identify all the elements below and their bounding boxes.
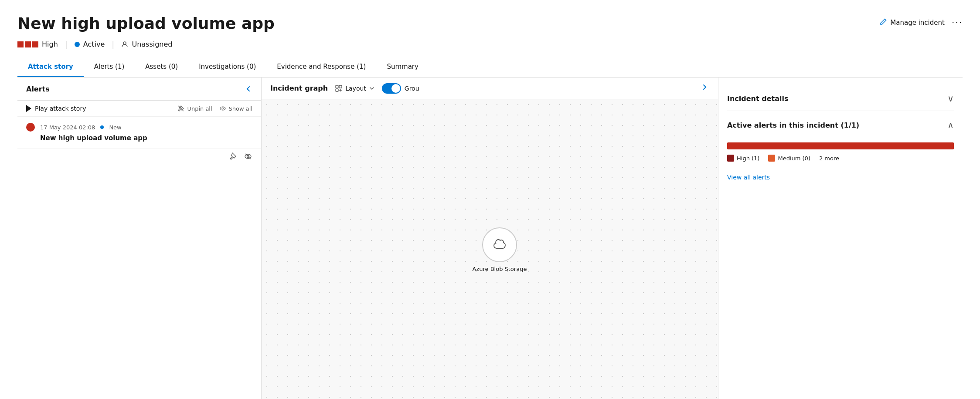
toolbar-actions: Unpin all Show all: [177, 105, 252, 112]
tab-attack-story[interactable]: Attack story: [17, 57, 84, 77]
status-bar: High | Active | Unassigned: [17, 40, 963, 49]
unpin-icon: [177, 105, 184, 112]
severity-square-1: [17, 41, 24, 47]
alert-severity-indicator: [26, 123, 35, 132]
page-header: New high upload volume app Manage incide…: [17, 14, 963, 33]
active-alerts-title: Active alerts in this incident (1/1): [727, 121, 859, 129]
severity-indicator: [17, 41, 38, 47]
header-actions: Manage incident ···: [880, 17, 963, 28]
graph-panel: Incident graph Layout: [262, 78, 718, 399]
legend-label-high: High (1): [737, 155, 759, 162]
alert-new-dot: [100, 125, 104, 129]
assigned-status: Unassigned: [121, 40, 172, 48]
legend-item-medium: Medium (0): [768, 155, 810, 162]
active-dot: [75, 42, 80, 47]
group-toggle[interactable]: [382, 83, 401, 94]
tab-assets[interactable]: Assets (0): [135, 57, 188, 77]
details-panel: Incident details ∨ Active alerts in this…: [718, 78, 963, 399]
main-tabs: Attack story Alerts (1) Assets (0) Inves…: [17, 57, 963, 78]
svg-point-2: [220, 107, 225, 110]
node-circle: [482, 227, 517, 262]
chevron-left-icon: [244, 85, 252, 93]
view-all-alerts-button[interactable]: View all alerts: [727, 174, 770, 181]
alert-meta: 17 May 2024 02:08 New: [40, 124, 122, 131]
status-active: Active: [75, 40, 105, 48]
status-divider-2: |: [112, 40, 114, 49]
show-all-button[interactable]: Show all: [219, 105, 252, 112]
play-attack-story-button[interactable]: Play attack story: [26, 105, 86, 112]
alert-status: New: [109, 124, 121, 131]
svg-line-1: [178, 106, 184, 111]
alert-date: 17 May 2024 02:08: [40, 124, 95, 131]
play-icon: [26, 105, 31, 112]
active-alerts-section: Active alerts in this incident (1/1) ∧ H…: [727, 113, 954, 181]
cloud-icon: [491, 236, 508, 254]
legend-item-high: High (1): [727, 155, 759, 162]
eye-off-icon: [244, 152, 252, 161]
legend-label-more: 2 more: [819, 155, 839, 162]
graph-title: Incident graph: [270, 84, 328, 92]
incident-details-chevron: ∨: [947, 93, 954, 104]
alerts-panel-header: Alerts: [17, 78, 261, 101]
graph-header-left: Incident graph Layout: [270, 83, 419, 94]
unpin-all-button[interactable]: Unpin all: [177, 105, 212, 112]
severity-square-2: [25, 41, 31, 47]
active-alerts-chevron: ∧: [947, 120, 954, 130]
incident-details-section[interactable]: Incident details ∨: [727, 86, 954, 111]
hide-alert-button[interactable]: [244, 152, 252, 161]
legend-item-more: 2 more: [819, 155, 839, 162]
tab-investigations[interactable]: Investigations (0): [188, 57, 266, 77]
severity-label: High: [42, 40, 58, 48]
node-label: Azure Blob Storage: [473, 266, 527, 272]
graph-expand-button[interactable]: [701, 83, 709, 94]
alert-item[interactable]: 17 May 2024 02:08 New New high upload vo…: [17, 117, 261, 149]
alerts-toolbar: Play attack story Unpin all: [17, 101, 261, 117]
tab-evidence-response[interactable]: Evidence and Response (1): [266, 57, 376, 77]
legend-color-medium: [768, 155, 775, 162]
toggle-thumb: [391, 84, 400, 93]
alerts-panel: Alerts Play attack story: [17, 78, 262, 399]
tab-summary[interactable]: Summary: [376, 57, 429, 77]
group-label: Grou: [405, 85, 419, 92]
status-divider-1: |: [65, 40, 68, 49]
active-alerts-section-header[interactable]: Active alerts in this incident (1/1) ∧: [727, 113, 954, 137]
main-content: Alerts Play attack story: [17, 78, 963, 399]
layout-icon: [335, 85, 343, 92]
svg-point-3: [222, 108, 224, 109]
svg-rect-8: [339, 85, 342, 88]
pencil-icon: [880, 18, 887, 27]
alert-name: New high upload volume app: [26, 134, 252, 142]
svg-rect-7: [336, 85, 338, 88]
tab-alerts[interactable]: Alerts (1): [84, 57, 135, 77]
alerts-bar-container: High (1) Medium (0) 2 more: [727, 137, 954, 167]
chevron-down-icon: [369, 85, 375, 91]
collapse-alerts-button[interactable]: [244, 85, 252, 93]
layout-button[interactable]: Layout: [335, 85, 375, 92]
severity-square-3: [32, 41, 38, 47]
svg-point-0: [123, 42, 126, 44]
svg-rect-9: [336, 89, 338, 91]
pin-alert-button[interactable]: [228, 152, 237, 161]
chevron-right-icon: [701, 83, 709, 91]
more-options-button[interactable]: ···: [952, 17, 963, 28]
manage-incident-button[interactable]: Manage incident: [880, 18, 945, 27]
assigned-label: Unassigned: [132, 40, 172, 48]
alerts-severity-bar: [727, 142, 954, 149]
alert-item-header: 17 May 2024 02:08 New: [26, 123, 252, 132]
graph-content: Azure Blob Storage: [262, 99, 718, 399]
eye-icon: [219, 105, 226, 112]
person-icon: [121, 41, 128, 48]
legend-label-medium: Medium (0): [778, 155, 810, 162]
azure-blob-storage-node[interactable]: Azure Blob Storage: [473, 227, 527, 272]
alert-icon-actions: [17, 149, 261, 162]
group-toggle-container: Grou: [382, 83, 419, 94]
page-title: New high upload volume app: [17, 14, 275, 33]
severity-badge: High: [17, 40, 58, 48]
legend-color-high: [727, 155, 734, 162]
status-label: Active: [83, 40, 105, 48]
alerts-panel-title: Alerts: [26, 85, 50, 93]
alerts-legend: High (1) Medium (0) 2 more: [727, 155, 954, 162]
graph-header: Incident graph Layout: [262, 78, 718, 99]
incident-details-title: Incident details: [727, 95, 788, 103]
pin-icon: [228, 152, 237, 161]
